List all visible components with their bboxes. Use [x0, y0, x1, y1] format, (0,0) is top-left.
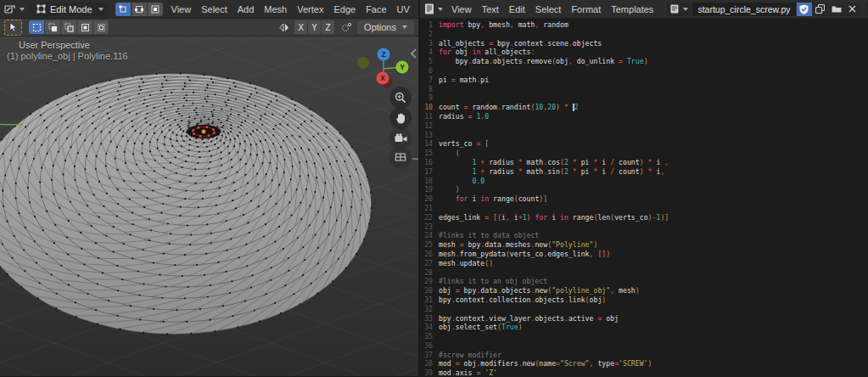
- sidebar-collapse-arrow[interactable]: [411, 48, 417, 59]
- line-number: 23: [420, 222, 433, 232]
- code-line[interactable]: 4for obj in all_objects:: [420, 48, 868, 57]
- new-text-button[interactable]: [813, 3, 828, 16]
- code-line[interactable]: 16 1 + radius * math.cos(2 * pi * i / co…: [420, 158, 868, 167]
- code-line[interactable]: 21: [420, 204, 868, 213]
- code-line[interactable]: 30obj = bpy.data.objects.new("polyline_o…: [420, 286, 868, 295]
- menu-face[interactable]: Face: [364, 3, 388, 16]
- code-line[interactable]: 24#links it to data object: [420, 231, 868, 240]
- menu-add[interactable]: Add: [236, 3, 256, 16]
- menu-vertex[interactable]: Vertex: [295, 3, 325, 16]
- code-line[interactable]: 7pi = math.pi: [420, 76, 868, 85]
- code-line[interactable]: 15 (: [420, 149, 868, 158]
- code-line[interactable]: 17 1 + radius * math.sin(2 * pi * i / co…: [420, 167, 868, 177]
- line-number: 20: [420, 194, 433, 204]
- code-line[interactable]: 3all_objects = bpy.context.scene.objects: [420, 39, 868, 48]
- code-line[interactable]: 23: [420, 222, 868, 232]
- line-number: 34: [420, 323, 433, 332]
- code-line[interactable]: 22edges_link = [(i, i+1) for i in range(…: [420, 213, 868, 222]
- mode-dropdown[interactable]: Edit Mode: [31, 3, 109, 16]
- mirror-z-button[interactable]: Z: [322, 20, 334, 34]
- code-line[interactable]: 11radius = 1.0: [420, 112, 868, 121]
- datablock-browse-button[interactable]: [667, 3, 692, 16]
- code-line[interactable]: 34obj.select_set(True): [420, 323, 868, 332]
- vertex-select-button[interactable]: [115, 3, 131, 16]
- active-tool-button[interactable]: [4, 20, 22, 36]
- face-select-button[interactable]: [148, 3, 163, 16]
- menu-edge[interactable]: Edge: [332, 3, 357, 16]
- mirror-x-button[interactable]: X: [294, 20, 307, 34]
- edge-select-icon: [135, 5, 143, 14]
- code-line[interactable]: 20 for i in range(count)]: [420, 194, 868, 204]
- menu-uv[interactable]: UV: [395, 3, 412, 16]
- menu-mesh[interactable]: Mesh: [262, 3, 288, 16]
- chevron-down-icon: [402, 25, 407, 29]
- proportional-edit-icon[interactable]: [341, 22, 353, 32]
- code-line[interactable]: 38mod = obj.modifiers.new(name="Screw", …: [420, 359, 868, 369]
- code-line[interactable]: 10count = random.randint(10,20) * 2: [420, 103, 868, 112]
- unlink-text-button[interactable]: [845, 3, 860, 16]
- code-line[interactable]: 36: [420, 341, 868, 351]
- mirror-y-button[interactable]: Y: [308, 20, 321, 34]
- folder-icon: [832, 5, 842, 14]
- code-line[interactable]: 9: [420, 93, 868, 103]
- code-line[interactable]: 25mesh = bpy.data.meshes.new("Polyline"): [420, 240, 868, 250]
- code-line[interactable]: 14verts_co = [: [420, 139, 868, 149]
- menu-edit[interactable]: Edit: [507, 3, 527, 16]
- code-line[interactable]: 1import bpy, bmesh, math, random: [420, 20, 868, 30]
- perspective-toggle-button[interactable]: [389, 147, 412, 169]
- code-line[interactable]: 5 bpy.data.objects.remove(obj, do_unlink…: [420, 57, 868, 66]
- code-line[interactable]: 2: [420, 30, 868, 39]
- editor-type-button[interactable]: [4, 4, 25, 14]
- viewport-canvas[interactable]: User Perspective (1) polyline_obj | Poly…: [0, 37, 418, 376]
- code-line[interactable]: 29#links it to an obj object: [420, 277, 868, 286]
- code-line[interactable]: 8: [420, 85, 868, 94]
- code-line[interactable]: 18 0.0: [420, 177, 868, 186]
- menu-text[interactable]: Text: [480, 3, 501, 16]
- select-new-button[interactable]: [29, 20, 44, 34]
- menu-format[interactable]: Format: [569, 3, 602, 16]
- code-line[interactable]: 27mesh.update(): [420, 259, 868, 268]
- pan-button[interactable]: [389, 107, 412, 129]
- chevron-down-icon: [438, 8, 443, 11]
- options-dropdown[interactable]: Options: [357, 20, 414, 34]
- chevron-left-icon: [411, 48, 417, 59]
- zoom-button[interactable]: [389, 87, 412, 109]
- menu-view[interactable]: View: [450, 3, 473, 16]
- editor-type-button[interactable]: [424, 3, 443, 14]
- code-area[interactable]: 1import bpy, bmesh, math, random23all_ob…: [420, 19, 868, 377]
- line-number: 11: [420, 112, 433, 121]
- menu-templates[interactable]: Templates: [609, 3, 655, 16]
- menu-view[interactable]: View: [170, 3, 193, 16]
- select-invert-button[interactable]: [77, 20, 92, 34]
- code-line[interactable]: 26mesh.from_pydata(verts_co,edges_link, …: [420, 250, 868, 259]
- code-line[interactable]: 12: [420, 121, 868, 131]
- code-line[interactable]: 39mod.axis = 'Z': [420, 369, 868, 377]
- line-number: 31: [420, 295, 433, 305]
- navigation-gizmo[interactable]: Z Y X: [348, 45, 416, 93]
- select-extend-button[interactable]: [45, 20, 60, 34]
- line-number: 16: [420, 158, 433, 167]
- code-line[interactable]: 28: [420, 268, 868, 278]
- line-number: 36: [420, 341, 433, 351]
- select-intersect-button[interactable]: [93, 20, 109, 34]
- edge-select-button[interactable]: [132, 3, 147, 16]
- code-line[interactable]: 33bpy.context.view_layer.objects.active …: [420, 314, 868, 324]
- code-line[interactable]: 19 ): [420, 185, 868, 194]
- menu-select[interactable]: Select: [534, 3, 563, 16]
- script-filename[interactable]: startup_circle_screw.py: [692, 3, 795, 16]
- code-line[interactable]: 32: [420, 305, 868, 314]
- menu-select[interactable]: Select: [199, 3, 229, 16]
- code-line[interactable]: 31bpy.context.collection.objects.link(ob…: [420, 295, 868, 305]
- select-subtract-button[interactable]: [61, 20, 76, 34]
- viewport-pane: Edit Mode: [0, 0, 418, 377]
- close-icon: [848, 5, 856, 13]
- line-number: 3: [420, 39, 433, 48]
- code-line[interactable]: 6: [420, 66, 868, 76]
- code-line[interactable]: 37#screw modifier: [420, 351, 868, 360]
- axis-neg-y-ball[interactable]: [357, 57, 369, 69]
- code-line[interactable]: 35: [420, 332, 868, 341]
- code-line[interactable]: 13: [420, 131, 868, 140]
- register-toggle-button[interactable]: [797, 3, 812, 16]
- open-text-button[interactable]: [829, 3, 844, 16]
- run-script-button[interactable]: [865, 3, 868, 16]
